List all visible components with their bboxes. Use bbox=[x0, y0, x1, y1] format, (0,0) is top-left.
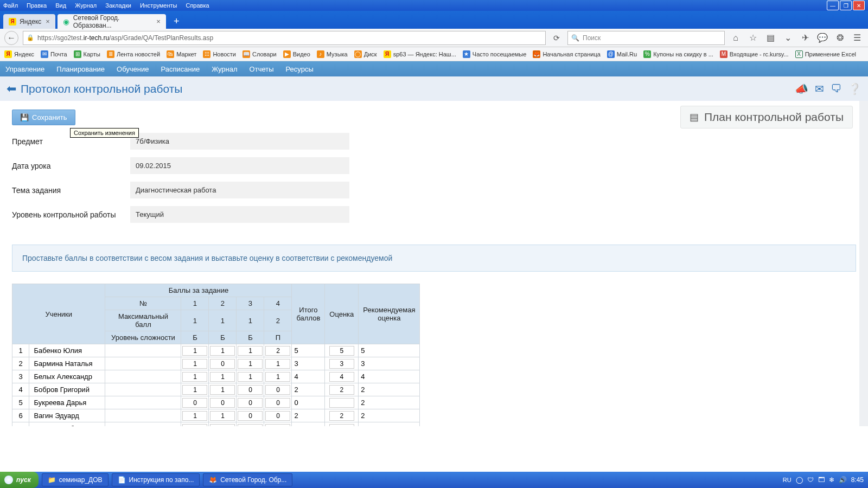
bookmark-item[interactable]: ♪Музыка bbox=[317, 50, 348, 58]
grade-input[interactable] bbox=[329, 411, 354, 421]
score-input[interactable] bbox=[182, 346, 207, 356]
score-input[interactable] bbox=[238, 372, 263, 382]
window-close-button[interactable]: ✕ bbox=[853, 1, 865, 10]
score-input[interactable] bbox=[210, 346, 235, 356]
os-menu-item[interactable]: Закладки bbox=[105, 2, 131, 9]
score-input[interactable] bbox=[265, 346, 290, 356]
bookmark-item[interactable]: ЯЯндекс bbox=[4, 50, 34, 58]
os-menu-item[interactable]: Инструменты bbox=[140, 2, 177, 9]
score-input[interactable] bbox=[182, 424, 207, 427]
tray-icon[interactable]: ❄ bbox=[829, 476, 834, 484]
bookmark-item[interactable]: ⊞Карты bbox=[74, 50, 100, 58]
start-button[interactable]: пуск bbox=[0, 472, 39, 488]
bookmark-item[interactable]: Яsp63 — Яндекс: Наш... bbox=[384, 50, 456, 58]
nav-item[interactable]: Расписание bbox=[161, 65, 200, 73]
score-input[interactable] bbox=[210, 424, 235, 427]
url-bar[interactable]: 🔒 https://sgo2test.ir-tech.ru/asp/Grade/… bbox=[23, 31, 546, 45]
bookmark-item[interactable]: 📖Словари bbox=[242, 50, 277, 58]
mail-icon[interactable]: ✉ bbox=[815, 82, 824, 95]
tab-close-icon[interactable]: × bbox=[156, 17, 161, 25]
send-icon[interactable]: ✈ bbox=[799, 33, 812, 43]
nav-item[interactable]: Ресурсы bbox=[286, 65, 314, 73]
tab-close-icon[interactable]: × bbox=[46, 17, 50, 25]
bookmark-item[interactable]: @Mail.Ru bbox=[607, 50, 637, 58]
nav-item[interactable]: Управление bbox=[5, 65, 44, 73]
nav-back-button[interactable]: ← bbox=[4, 31, 18, 45]
score-input[interactable] bbox=[265, 359, 290, 369]
tray-icon[interactable]: 🛡 bbox=[807, 476, 814, 484]
bookmark-item[interactable]: %Купоны на скидку в ... bbox=[643, 50, 713, 58]
grade-input[interactable] bbox=[329, 372, 354, 382]
addon-icon[interactable]: ❂ bbox=[833, 33, 846, 43]
library-icon[interactable]: ▤ bbox=[764, 33, 777, 43]
bookmark-star-icon[interactable]: ☆ bbox=[746, 33, 760, 43]
score-input[interactable] bbox=[238, 385, 263, 395]
os-menu-item[interactable]: Файл bbox=[3, 2, 18, 9]
bookmark-item[interactable]: ◯Диск bbox=[354, 50, 377, 58]
score-input[interactable] bbox=[182, 398, 207, 408]
nav-item[interactable]: Отчеты bbox=[250, 65, 274, 73]
browser-tab[interactable]: ◉ Сетевой Город. Образован... × bbox=[58, 14, 166, 29]
bookmark-item[interactable]: 🛍Маркет bbox=[167, 50, 196, 58]
chat-icon[interactable]: 💬 bbox=[816, 33, 829, 43]
menu-icon[interactable]: ☰ bbox=[851, 33, 864, 43]
grade-input[interactable] bbox=[329, 398, 354, 408]
score-input[interactable] bbox=[182, 372, 207, 382]
reload-button[interactable]: ⟳ bbox=[550, 34, 563, 42]
grade-input[interactable] bbox=[329, 346, 354, 356]
score-input[interactable] bbox=[210, 385, 235, 395]
clock[interactable]: 8:45 bbox=[851, 476, 864, 484]
grade-input[interactable] bbox=[329, 385, 354, 395]
score-input[interactable] bbox=[182, 385, 207, 395]
announce-icon[interactable]: 📣 bbox=[795, 82, 808, 95]
bookmark-item[interactable]: ✉Почта bbox=[41, 50, 67, 58]
taskbar-item[interactable]: 🦊Сетевой Город. Обр... bbox=[203, 473, 292, 486]
back-arrow-icon[interactable]: ⬅ bbox=[7, 82, 16, 96]
bookmark-item[interactable]: ▶Видео bbox=[283, 50, 310, 58]
bookmark-item[interactable]: ★Часто посещаемые bbox=[463, 50, 527, 58]
os-menu-item[interactable]: Справка bbox=[186, 2, 209, 9]
nav-item[interactable]: Обучение bbox=[117, 65, 149, 73]
bookmark-item[interactable]: ☷Новости bbox=[203, 50, 236, 58]
pocket-icon[interactable]: ⌄ bbox=[781, 33, 794, 43]
score-input[interactable] bbox=[238, 398, 263, 408]
home-icon[interactable]: ⌂ bbox=[729, 33, 742, 43]
bookmark-item[interactable]: 🦊Начальная страница bbox=[533, 50, 600, 58]
tray-icon[interactable]: ◯ bbox=[796, 476, 803, 484]
taskbar-item[interactable]: 📁семинар_ДОВ bbox=[42, 473, 108, 486]
taskbar-item[interactable]: 📄Инструкция по запо... bbox=[112, 473, 200, 486]
bookmark-item[interactable]: MВходящие - rc.kursy... bbox=[720, 50, 789, 58]
browser-tab[interactable]: Я Яндекс × bbox=[3, 14, 55, 29]
score-input[interactable] bbox=[265, 424, 290, 427]
new-tab-button[interactable]: + bbox=[168, 14, 185, 29]
os-menu-item[interactable]: Вид bbox=[55, 2, 66, 9]
plan-button[interactable]: ▤ План контрольной работы bbox=[680, 106, 853, 129]
score-input[interactable] bbox=[210, 359, 235, 369]
score-input[interactable] bbox=[238, 411, 263, 421]
score-input[interactable] bbox=[210, 411, 235, 421]
score-input[interactable] bbox=[238, 346, 263, 356]
bookmark-item[interactable]: ≣Лента новостей bbox=[107, 50, 160, 58]
score-input[interactable] bbox=[265, 372, 290, 382]
os-menu-item[interactable]: Правка bbox=[27, 2, 47, 9]
score-input[interactable] bbox=[265, 385, 290, 395]
lang-indicator[interactable]: RU bbox=[783, 477, 792, 483]
search-box[interactable]: 🔍 Поиск bbox=[567, 31, 725, 45]
bookmark-item[interactable]: XПрименение Excel bbox=[795, 50, 856, 58]
score-input[interactable] bbox=[210, 372, 235, 382]
score-input[interactable] bbox=[182, 359, 207, 369]
grade-input[interactable] bbox=[329, 359, 354, 369]
os-menu-item[interactable]: Журнал bbox=[75, 2, 97, 9]
score-input[interactable] bbox=[238, 359, 263, 369]
score-input[interactable] bbox=[265, 398, 290, 408]
score-input[interactable] bbox=[210, 398, 235, 408]
grade-input[interactable] bbox=[329, 424, 354, 427]
forum-icon[interactable]: 🗨 bbox=[831, 82, 841, 95]
window-minimize-button[interactable]: — bbox=[827, 1, 839, 10]
nav-item[interactable]: Планирование bbox=[56, 65, 105, 73]
scrollbar[interactable] bbox=[859, 101, 868, 426]
score-input[interactable] bbox=[238, 424, 263, 427]
tray-icon[interactable]: 🗔 bbox=[818, 476, 825, 484]
score-input[interactable] bbox=[265, 411, 290, 421]
score-input[interactable] bbox=[182, 411, 207, 421]
